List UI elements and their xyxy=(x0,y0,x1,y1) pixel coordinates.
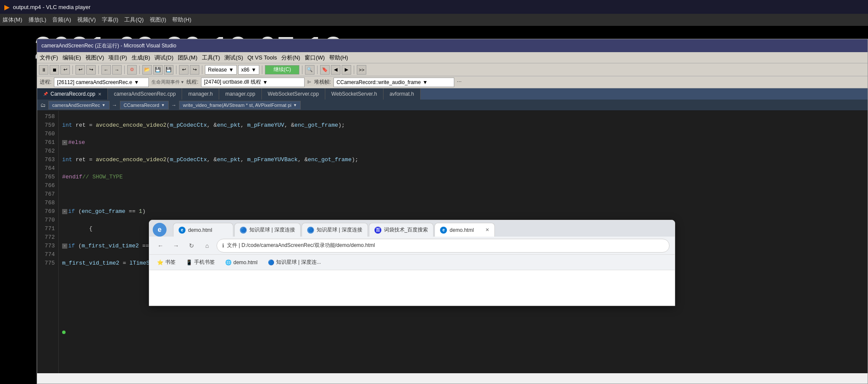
lifecycle-btn[interactable]: 生命周期事件 ▾ xyxy=(151,79,184,85)
separator-7 xyxy=(262,66,262,74)
edge-logo-text: e xyxy=(158,226,162,234)
vlc-menu-view[interactable]: 视图(I) xyxy=(150,16,166,24)
vs-menubar[interactable]: 文件(F) 编辑(E) 视图(V) 项目(P) 生成(B) 调试(D) 团队(M… xyxy=(37,52,868,63)
tab-websocket-server-cpp[interactable]: WebSocketServer.cpp xyxy=(262,88,326,100)
address-text: 文件 | D:/code/cameraAndScreenRec/双录功能/dem… xyxy=(227,242,375,249)
tab-close-icon[interactable]: ✕ xyxy=(98,92,101,97)
save-all-button[interactable]: 💾 xyxy=(164,65,173,75)
next-bookmark-button[interactable]: ▶ xyxy=(342,65,351,75)
refresh-button[interactable]: ↻ xyxy=(186,240,198,252)
vlc-menu-video[interactable]: 视频(V) xyxy=(77,16,96,24)
process-dropdown[interactable]: [26112] cameraAndScreenRec.e ▼ xyxy=(54,78,149,87)
platform-dropdown[interactable]: x86 ▼ xyxy=(238,65,259,75)
method-dropdown[interactable]: write_video_frame(AVStream * st, AVPixel… xyxy=(179,101,301,109)
bookmark-zhishi[interactable]: 🔵 知识星球 | 深度连... xyxy=(265,258,324,267)
vlc-menu-audio[interactable]: 音频(A) xyxy=(52,16,71,24)
nav-forward-button[interactable]: → xyxy=(112,65,122,75)
tab-favicon-demo1: e xyxy=(179,227,186,234)
vs-menu-tools[interactable]: 工具(T) xyxy=(202,54,220,62)
vs-menu-qtvs[interactable]: Qt VS Tools xyxy=(247,54,277,61)
browser-tab-zhishi2[interactable]: 🔵 知识星球 | 深度连接 xyxy=(302,223,368,237)
vlc-menu-play[interactable]: 播放(L) xyxy=(28,16,47,24)
vlc-menu-subtitle[interactable]: 字幕(I) xyxy=(102,16,118,24)
vs-menu-team[interactable]: 团队(M) xyxy=(178,54,198,62)
vlc-menubar[interactable]: 媒体(M) 播放(L) 音频(A) 视频(V) 字幕(I) 工具(Q) 视图(I… xyxy=(0,14,868,26)
browser-controls: ← → ↻ ⌂ ℹ 文件 | D:/code/cameraAndScreenRe… xyxy=(149,237,675,255)
attach-button[interactable]: ⚙ xyxy=(127,65,137,75)
thread-dropdown[interactable]: [24740] ucrtbase.dll 线程 ▼ xyxy=(201,78,305,87)
browser-tab-demo1[interactable]: e demo.html xyxy=(173,223,233,237)
browser-tab-zhishi1[interactable]: 🔵 知识星球 | 深度连接 xyxy=(234,223,301,237)
search-button[interactable]: 🔍 xyxy=(305,65,314,75)
tab-manager-h[interactable]: manager.h xyxy=(182,88,219,100)
tab-websocket-server-h[interactable]: WebSocketServer.h xyxy=(325,88,384,100)
vs-menu-debug[interactable]: 调试(D) xyxy=(154,54,173,62)
bookmark-button[interactable]: 🔖 xyxy=(320,65,330,75)
config-dropdown[interactable]: Release ▼ xyxy=(205,65,237,75)
browser-tab-label-demo1: demo.html xyxy=(188,227,212,233)
home-button[interactable]: ⌂ xyxy=(201,240,213,252)
nav-back-button[interactable]: ← xyxy=(101,65,111,75)
vs-menu-edit[interactable]: 编辑(E) xyxy=(63,54,81,62)
save-button[interactable]: 💾 xyxy=(153,65,163,75)
vs-menu-build[interactable]: 生成(B) xyxy=(132,54,150,62)
redo-button[interactable]: ↪ xyxy=(86,65,96,75)
bookmark-mobile[interactable]: 📱 手机书签 xyxy=(183,258,217,267)
fold-759[interactable]: - xyxy=(62,140,67,145)
more-button[interactable]: >> xyxy=(357,65,366,75)
stop-button[interactable]: ⏹ xyxy=(50,65,59,75)
code-line-762 xyxy=(62,190,864,199)
code-line-771 xyxy=(62,345,864,354)
pause-button[interactable]: ⏸ xyxy=(39,65,48,75)
vs-menu-analyze[interactable]: 分析(N) xyxy=(281,54,300,62)
vs-menu-help[interactable]: 帮助(H) xyxy=(329,54,348,62)
project-dropdown-icon: ▼ xyxy=(102,103,106,107)
tab-camera-record-cpp[interactable]: 📌 CameraRecord.cpp ✕ xyxy=(37,88,108,100)
back-button[interactable]: ← xyxy=(154,240,167,252)
vlc-menu-media[interactable]: 媒体(M) xyxy=(3,16,22,24)
vs-menu-window[interactable]: 窗口(W) xyxy=(305,54,325,62)
tab-label: cameraAndScreenRec.cpp xyxy=(114,91,176,97)
code-line-770 xyxy=(62,328,864,337)
separator-8 xyxy=(302,66,302,74)
browser-tab-demo2-active[interactable]: e demo.html ✕ xyxy=(434,223,495,237)
tab-manager-cpp[interactable]: manager.cpp xyxy=(219,88,261,100)
vlc-menu-help[interactable]: 帮助(H) xyxy=(172,16,191,24)
class-label: CCameraRecord xyxy=(124,103,160,108)
restart-button[interactable]: ↩ xyxy=(60,65,70,75)
fold-763[interactable]: - xyxy=(62,209,67,214)
forward-button[interactable]: → xyxy=(170,240,182,252)
prev-bookmark-button[interactable]: ◀ xyxy=(331,65,340,75)
redo-btn2[interactable]: ↪ xyxy=(190,65,199,75)
bookmark-label-shujian: 书签 xyxy=(165,259,176,266)
code-line-761: #endif // SHOW_TYPE xyxy=(62,173,864,181)
tab-camera-screen-rec[interactable]: cameraAndScreenRec.cpp xyxy=(108,88,182,100)
continue-button[interactable]: 继续(C) xyxy=(265,65,299,75)
bookmark-demo[interactable]: 🌐 demo.html xyxy=(223,259,260,266)
undo-button[interactable]: ↩ xyxy=(75,65,85,75)
code-line-760: int ret = avcodec_encode_video2(m_pCodec… xyxy=(62,156,864,164)
bookmark-label-demo: demo.html xyxy=(233,259,258,265)
vs-menu-view[interactable]: 视图(V) xyxy=(85,54,104,62)
thread-dropdown-icon: ▼ xyxy=(263,79,268,85)
vlc-menu-tools[interactable]: 工具(Q) xyxy=(124,16,144,24)
project-dropdown[interactable]: cameraAndScreenRec ▼ xyxy=(48,101,110,109)
browser-tab-baidu[interactable]: 百 词袋技术_百度搜索 xyxy=(369,223,434,237)
open-button[interactable]: 📂 xyxy=(142,65,152,75)
address-bar[interactable]: ℹ 文件 | D:/code/cameraAndScreenRec/双录功能/d… xyxy=(217,239,670,253)
vs-menu-test[interactable]: 测试(S) xyxy=(224,54,243,62)
bookmark-star[interactable]: ⭐ 书签 xyxy=(154,258,178,267)
fold-765[interactable]: - xyxy=(62,244,67,249)
undo-btn2[interactable]: ↩ xyxy=(179,65,189,75)
tab-close-button[interactable]: ✕ xyxy=(485,227,489,233)
class-dropdown[interactable]: CCameraRecord ▼ xyxy=(120,101,169,109)
stack-dropdown[interactable]: CCameraRecord::write_audio_frame ▼ xyxy=(333,78,454,87)
tab-favicon-demo2: e xyxy=(440,227,447,234)
vs-menu-file[interactable]: 文件(F) xyxy=(40,54,58,62)
tab-label: WebSocketServer.h xyxy=(331,91,377,97)
separator-6 xyxy=(202,66,202,74)
tab-avformat-h[interactable]: avformat.h xyxy=(384,88,421,100)
process-dropdown-icon: ▼ xyxy=(134,79,139,85)
tab-label: WebSocketServer.cpp xyxy=(268,91,319,97)
vs-menu-project[interactable]: 项目(P) xyxy=(108,54,127,62)
